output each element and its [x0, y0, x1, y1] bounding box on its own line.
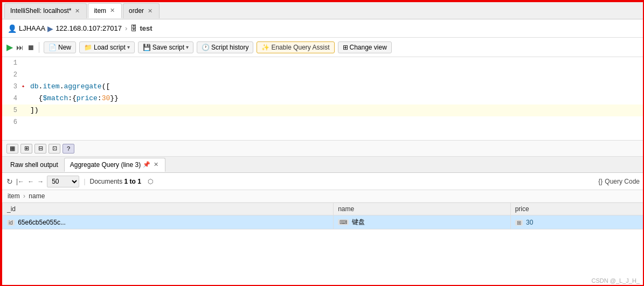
query-code-button[interactable]: {} Query Code [598, 178, 640, 185]
breadcrumb: 👤 LJHAAA ▶ 122.168.0.107:27017 › 🗄 test [2, 19, 644, 38]
code-line-5: 5 ]) [2, 104, 644, 116]
code-line-6: 6 [2, 116, 644, 128]
cell-id: id 65e6cb5e055c... [3, 215, 334, 229]
nav-next-button[interactable]: → [37, 178, 44, 185]
view-label: Change view [350, 44, 387, 51]
tree-btn[interactable]: ⊡ [49, 144, 60, 154]
tab-intellishell-close[interactable]: ✕ [74, 8, 81, 15]
new-button[interactable]: 📄 New [44, 41, 76, 53]
grid-badge: ⊞ [515, 220, 523, 226]
load-icon: 📁 [84, 44, 92, 51]
step-button[interactable]: ⏭ [16, 43, 24, 52]
save-dropdown-arrow: ▾ [186, 44, 189, 50]
id-value: 65e6cb5e055c... [18, 219, 66, 226]
breadcrumb-db: test [140, 24, 152, 32]
query-code-label: Query Code [605, 178, 640, 185]
assist-icon: ✨ [261, 44, 269, 51]
watermark: CSDN @_L_J_H_ [592, 277, 640, 284]
result-tab-aggregate-label: Aggregate Query (line 3) [70, 161, 141, 169]
save-script-button[interactable]: 💾 Save script ▾ [138, 41, 193, 53]
enable-query-assist-button[interactable]: ✨ Enable Query Assist [257, 41, 334, 53]
results-panel: Raw shell output Aggregate Query (line 3… [2, 157, 644, 270]
result-tab-aggregate[interactable]: Aggregate Query (line 3) 📌 ✕ [64, 158, 165, 172]
load-script-button[interactable]: 📁 Load script ▾ [79, 41, 135, 53]
page-size-select[interactable]: 50 100 200 [47, 176, 79, 187]
code-line-1: 1 [2, 57, 644, 69]
save-label: Save script [153, 44, 184, 51]
code-lines: 1 2 3 ✦ db.item.aggregate([ 4 {$ [2, 57, 644, 128]
nav-prev-button[interactable]: ← [27, 178, 34, 185]
tab-item-close[interactable]: ✕ [109, 7, 116, 14]
toolbar-sep1 [39, 42, 39, 53]
results-toolbar: ↻ |← ← → 50 100 200 | Documents 1 to 1 ⬡… [2, 173, 644, 190]
line-num-3: 3 [2, 81, 22, 93]
result-bc-collection: item [8, 192, 20, 200]
tab-intellishell-label: IntelliShell: localhost* [10, 7, 71, 15]
tab-bar: IntelliShell: localhost* ✕ item ✕ order … [2, 2, 644, 19]
query-code-icon: {} [598, 178, 603, 185]
result-table-container: _id name price id 65e6cb5e055c... ⌨ 键盘 [2, 203, 644, 229]
line-num-6: 6 [2, 116, 22, 128]
pin-icon: 📌 [143, 161, 150, 168]
col-header-name: name [334, 203, 511, 215]
col-header-id: _id [3, 203, 334, 215]
name-value: 键盘 [352, 218, 365, 226]
view-icon: ⊞ [343, 44, 348, 51]
line-content-5: ]) [29, 104, 644, 116]
result-bc-sep: › [23, 192, 25, 200]
new-label: New [58, 44, 71, 51]
refresh-button[interactable]: ↻ [6, 177, 13, 186]
db-icon: 🗄 [130, 24, 137, 32]
tab-order-close[interactable]: ✕ [147, 8, 154, 15]
code-match: $match [43, 94, 68, 102]
tab-item[interactable]: item ✕ [88, 3, 122, 18]
toolbar: ▶ ⏭ ⏹ 📄 New 📁 Load script ▾ 💾 Save scrip… [2, 38, 644, 57]
format-btn[interactable]: ▦ [6, 144, 18, 154]
stop-button[interactable]: ⏹ [27, 43, 34, 52]
result-tab-aggregate-close[interactable]: ✕ [153, 161, 160, 168]
help-btn[interactable]: ? [63, 144, 74, 154]
code-line-3: 3 ✦ db.item.aggregate([ [2, 81, 644, 93]
play-button[interactable]: ▶ [6, 42, 13, 52]
breadcrumb-user: LJHAAA [19, 24, 45, 32]
change-view-button[interactable]: ⊞ Change view [338, 41, 392, 53]
doc-info: Documents 1 to 1 [90, 178, 141, 185]
export-button[interactable]: ⬡ [148, 178, 153, 185]
result-breadcrumb: item › name [2, 190, 644, 203]
tab-intellishell[interactable]: IntelliShell: localhost* ✕ [4, 3, 87, 18]
code-price: price [77, 94, 98, 102]
table-row[interactable]: id 65e6cb5e055c... ⌨ 键盘 ⊞ 30 [3, 215, 644, 229]
price-value: 30 [526, 219, 533, 226]
col-header-price: price [510, 203, 643, 215]
nav-start-button[interactable]: |← [16, 178, 24, 185]
line-num-2: 2 [2, 69, 22, 81]
results-tabs: Raw shell output Aggregate Query (line 3… [2, 157, 644, 173]
save-icon: 💾 [143, 44, 151, 51]
result-tab-raw[interactable]: Raw shell output [4, 158, 64, 172]
code-editor[interactable]: 1 2 3 ✦ db.item.aggregate([ 4 {$ [2, 57, 644, 141]
line-content-3: db.item.aggregate([ [29, 81, 644, 93]
code-line-4: 4 {$match:{price:30}} [2, 93, 644, 104]
assist-label: Enable Query Assist [271, 44, 329, 51]
breadcrumb-host: 122.168.0.107:27017 [56, 24, 122, 32]
code-line-2: 2 [2, 69, 644, 81]
user-icon: 👤 [8, 24, 17, 33]
tab-order-label: order [129, 7, 144, 15]
cell-price: ⊞ 30 [510, 215, 643, 229]
result-bc-field: name [29, 192, 45, 200]
expand-btn[interactable]: ⊞ [20, 144, 32, 154]
kb-badge: ⌨ [338, 219, 349, 225]
result-table: _id name price id 65e6cb5e055c... ⌨ 键盘 [2, 203, 644, 229]
collapse-btn[interactable]: ⊟ [34, 144, 46, 154]
cell-name: ⌨ 键盘 [334, 215, 511, 229]
line-num-1: 1 [2, 57, 22, 69]
history-label: Script history [211, 44, 248, 51]
tab-order[interactable]: order ✕ [123, 3, 160, 18]
new-icon: 📄 [49, 44, 57, 51]
script-history-button[interactable]: 🕐 Script history [197, 41, 253, 53]
line-content-4: {$match:{price:30}} [29, 93, 644, 104]
breadcrumb-sep1: › [125, 24, 127, 32]
history-icon: 🕐 [202, 44, 210, 51]
code-keyword-db: db [30, 82, 39, 90]
code-num: 30 [102, 94, 110, 102]
